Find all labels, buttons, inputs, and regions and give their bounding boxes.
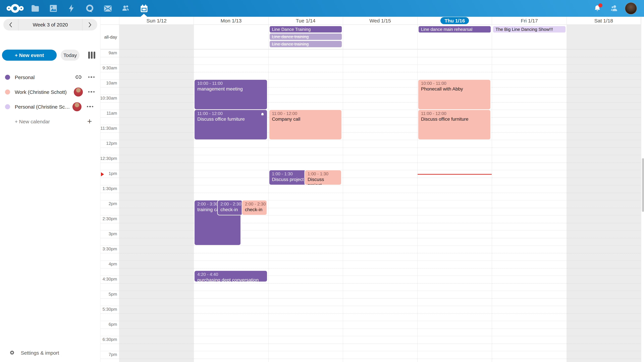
time-label: 11am — [106, 111, 117, 116]
calendar-list-item-work[interactable]: Work (Christine Schott) — [0, 84, 100, 99]
week-label[interactable]: Week 3 of 2020 — [18, 19, 82, 30]
day-column[interactable] — [343, 49, 418, 362]
today-pill[interactable]: Thu 1/16 — [440, 17, 469, 24]
app-window: Week 3 of 2020 + New event Today Persona… — [0, 0, 644, 362]
event-title: management meeting — [198, 86, 264, 92]
day-header[interactable]: Thu 1/16 — [417, 17, 492, 24]
day-header[interactable]: Tue 1/14 — [268, 17, 343, 24]
allday-event-chip[interactable]: Line dance main rehearsal — [418, 26, 491, 32]
calendar-event[interactable]: 1:00 - 1:30Discuss project announcement — [305, 170, 341, 185]
day-column[interactable]: 10:00 - 11:00Phonecall with Abby11:00 - … — [417, 49, 492, 362]
more-actions-icon[interactable] — [86, 106, 94, 107]
day-column[interactable] — [119, 49, 194, 362]
allday-event-chip[interactable]: Line dance training — [270, 33, 342, 40]
calendar-event[interactable]: 10:00 - 11:00management meeting — [195, 80, 267, 109]
day-column[interactable]: 10:00 - 11:00management meeting11:00 - 1… — [194, 49, 268, 362]
allday-cell[interactable]: Line dance main rehearsal — [417, 25, 492, 49]
quarter-hour-line — [100, 72, 119, 72]
allday-event-chip[interactable]: The Big Line Dancing Show!!! — [493, 26, 566, 32]
event-title: Discuss project announcement — [272, 177, 303, 182]
allday-cell[interactable] — [194, 25, 268, 49]
calendar-event[interactable]: 11:00 - 12:00Company call — [269, 110, 342, 139]
allday-cell[interactable] — [343, 25, 418, 49]
nextcloud-logo[interactable] — [4, 3, 26, 13]
allday-cell[interactable]: Line Dance TrainingLine dance trainingLi… — [268, 25, 343, 49]
calendar-name: Personal (Christine Schott) — [15, 104, 72, 109]
view-switcher-icon[interactable] — [88, 52, 95, 59]
allday-row: all-day Line Dance TrainingLine dance tr… — [100, 24, 641, 49]
calendar-event[interactable]: 11:00 - 12:00Discuss office furniture — [418, 110, 490, 139]
calendar-list-item-personal[interactable]: Personal — [0, 70, 100, 84]
contacts-menu-icon[interactable] — [606, 0, 622, 17]
quarter-hour-line — [100, 359, 119, 359]
allday-event-chip[interactable]: Line dance training — [270, 41, 342, 47]
talk-icon[interactable] — [80, 0, 98, 17]
time-label: 9am — [108, 51, 117, 55]
event-title: Company call — [272, 116, 339, 122]
more-actions-icon[interactable] — [87, 76, 96, 78]
time-gutter-slot: 2pm — [100, 200, 119, 215]
time-gutter-slot: 10am — [100, 79, 119, 94]
scrollbar-thumb[interactable] — [642, 158, 644, 212]
allday-event-chip[interactable]: Line Dance Training — [270, 26, 342, 32]
calendar-event[interactable]: 10:00 - 11:00Phonecall with Abby — [418, 80, 490, 109]
photos-icon[interactable] — [44, 0, 62, 17]
event-layer: 10:00 - 11:00management meeting11:00 - 1… — [194, 49, 268, 362]
alarm-bell-icon — [260, 112, 264, 118]
event-layer — [567, 49, 641, 362]
time-gutter-slot: 12:30pm — [100, 155, 119, 170]
calendar-event[interactable]: 1:00 - 1:30Discuss project announcement — [269, 170, 306, 185]
time-gutter-slot: 7pm — [100, 351, 119, 362]
time-label: 4pm — [108, 262, 117, 267]
time-gutter-slot: 1:30pm — [100, 185, 119, 200]
user-avatar[interactable] — [622, 0, 639, 17]
quarter-hour-line — [100, 329, 119, 329]
new-calendar-button[interactable]: + New calendar + — [0, 114, 100, 129]
day-column[interactable]: 11:00 - 12:00Company call1:00 - 1:30Disc… — [268, 49, 343, 362]
mail-icon[interactable] — [98, 0, 117, 17]
notifications-icon[interactable] — [589, 0, 606, 17]
plus-icon: + — [87, 118, 92, 125]
link-icon[interactable] — [74, 74, 83, 80]
time-gutter-slot: 6:30pm — [100, 336, 119, 351]
calendar-event[interactable]: 4:20 - 4:40purchasing dept conversation — [195, 271, 267, 282]
quarter-hour-line — [100, 238, 119, 238]
navbar-app-menu — [0, 0, 153, 17]
new-event-button[interactable]: + New event — [2, 50, 57, 61]
next-week-button[interactable] — [82, 19, 97, 30]
time-label: 10:30am — [100, 96, 117, 100]
settings-import-button[interactable]: Settings & import — [0, 346, 100, 359]
calendar-color-dot — [5, 89, 10, 94]
calendar-event[interactable]: 11:00 - 12:00Discuss office furniture — [195, 110, 267, 139]
calendar-event[interactable]: 2:00 - 2:30check-in — [242, 200, 267, 215]
calendar-event[interactable]: 2:00 - 2:30check-in — [218, 200, 242, 215]
contacts-icon[interactable] — [117, 0, 135, 17]
more-actions-icon[interactable] — [87, 91, 96, 93]
event-time: 2:00 - 2:30 — [245, 201, 264, 207]
event-time: 11:00 - 12:00 — [198, 111, 264, 116]
calendar-list-item-personal-shared[interactable]: Personal (Christine Schott) — [0, 99, 100, 114]
time-gutter-slot: 10:30am — [100, 94, 119, 110]
allday-cell[interactable]: The Big Line Dancing Show!!! — [492, 25, 566, 49]
files-icon[interactable] — [26, 0, 44, 17]
time-gutter-slot: 11:30am — [100, 125, 119, 140]
day-header[interactable]: Mon 1/13 — [194, 17, 268, 24]
time-label: 4:30pm — [102, 277, 117, 282]
shared-by-avatar — [72, 102, 82, 111]
day-header[interactable]: Sat 1/18 — [566, 17, 641, 24]
today-button[interactable]: Today — [61, 50, 80, 61]
day-header[interactable]: Wed 1/15 — [343, 17, 418, 24]
activity-icon[interactable] — [62, 0, 80, 17]
day-header[interactable]: Sun 1/12 — [119, 17, 194, 24]
time-gutter-slot: 6pm — [100, 321, 119, 336]
day-column[interactable] — [492, 49, 566, 362]
allday-cell[interactable] — [119, 25, 194, 49]
day-header[interactable]: Fri 1/17 — [492, 17, 566, 24]
vertical-scrollbar[interactable] — [641, 17, 644, 362]
previous-week-button[interactable] — [3, 19, 18, 30]
day-column[interactable] — [566, 49, 641, 362]
quarter-hour-line — [100, 268, 119, 269]
calendar-icon[interactable] — [135, 0, 153, 17]
quarter-hour-line — [100, 87, 119, 87]
allday-cell[interactable] — [566, 25, 641, 49]
